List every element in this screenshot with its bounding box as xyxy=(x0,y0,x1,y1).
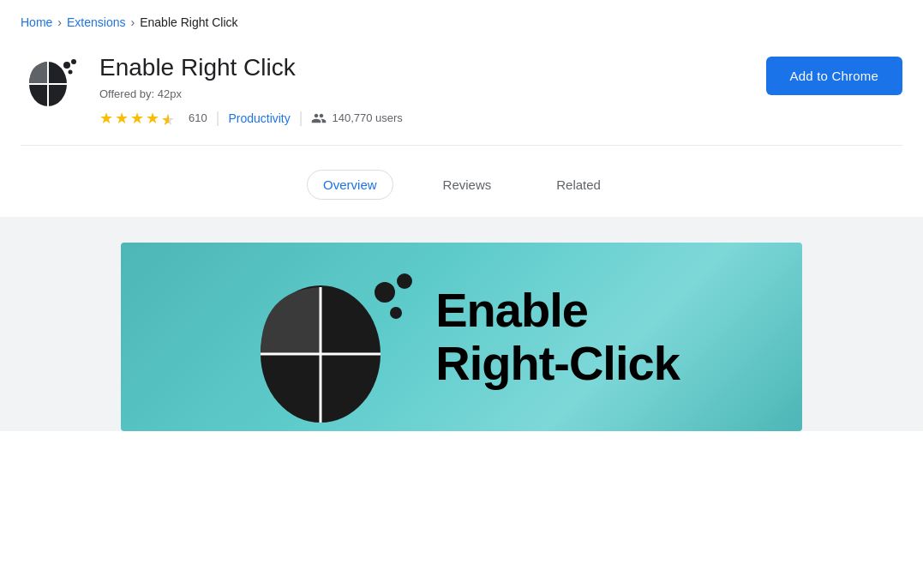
star-4: ★ xyxy=(146,109,159,128)
meta-divider-2: | xyxy=(299,109,303,127)
add-to-chrome-button[interactable]: Add to Chrome xyxy=(766,57,902,95)
svg-point-10 xyxy=(397,273,412,289)
extension-title: Enable Right Click xyxy=(99,53,403,82)
users-icon xyxy=(311,111,327,126)
breadcrumb-home[interactable]: Home xyxy=(21,15,52,29)
hero-banner: Enable Right-Click xyxy=(121,243,802,431)
hero-title-line2: Right-Click xyxy=(435,337,680,390)
tab-overview[interactable]: Overview xyxy=(307,170,393,200)
users-info: 140,770 users xyxy=(311,111,402,126)
breadcrumb-extensions[interactable]: Extensions xyxy=(67,15,125,29)
hero-title-line1: Enable xyxy=(435,284,680,337)
category-link[interactable]: Productivity xyxy=(228,111,290,125)
breadcrumb-separator-2: › xyxy=(131,15,135,29)
star-3: ★ xyxy=(130,109,144,128)
breadcrumb: Home › Extensions › Enable Right Click xyxy=(0,0,923,39)
svg-point-9 xyxy=(375,282,395,303)
star-5-half: ★ ★ xyxy=(161,111,177,126)
hero-mouse-icon xyxy=(243,251,415,423)
breadcrumb-separator-1: › xyxy=(57,15,62,29)
meta-divider-1: | xyxy=(216,109,220,127)
star-rating: ★ ★ ★ ★ ★ ★ xyxy=(99,109,177,128)
svg-point-5 xyxy=(69,70,73,75)
extension-icon xyxy=(21,50,82,111)
star-1: ★ xyxy=(99,109,113,128)
breadcrumb-current: Enable Right Click xyxy=(140,15,237,29)
svg-point-11 xyxy=(390,307,402,319)
hero-section: Enable Right-Click xyxy=(0,217,923,431)
hero-title: Enable Right-Click xyxy=(435,284,680,389)
offered-by: Offered by: 42px xyxy=(99,87,403,100)
rating-count: 610 xyxy=(189,111,207,124)
hero-content: Enable Right-Click xyxy=(218,251,705,423)
header-left: Enable Right Click Offered by: 42px ★ ★ … xyxy=(21,50,403,128)
users-count: 140,770 users xyxy=(332,111,402,124)
tab-reviews[interactable]: Reviews xyxy=(428,171,507,199)
tabs-navigation: Overview Reviews Related xyxy=(0,146,923,217)
tab-related[interactable]: Related xyxy=(541,171,616,199)
svg-point-4 xyxy=(71,59,76,64)
meta-row: ★ ★ ★ ★ ★ ★ 610 | Productivity | xyxy=(99,109,403,128)
svg-point-3 xyxy=(63,62,70,69)
star-2: ★ xyxy=(115,109,129,128)
extension-info: Enable Right Click Offered by: 42px ★ ★ … xyxy=(99,50,403,128)
extension-header: Enable Right Click Offered by: 42px ★ ★ … xyxy=(0,39,923,145)
